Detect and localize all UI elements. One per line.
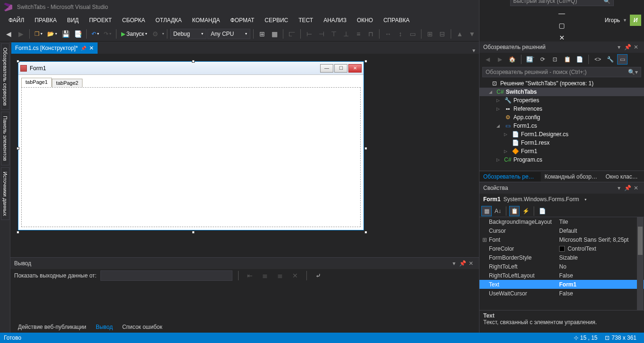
menu-team[interactable]: КОМАНДА	[188, 15, 225, 25]
server-explorer-tab[interactable]: Обозреватель серверов	[1, 43, 9, 110]
resize-handle[interactable]	[17, 231, 19, 234]
menu-build[interactable]: СБОРКА	[117, 15, 150, 25]
resize-handle[interactable]	[364, 60, 367, 63]
bottom-tab-output[interactable]: Вывод	[92, 322, 116, 332]
prop-props-icon[interactable]: 📋	[509, 206, 520, 216]
prop-events-icon[interactable]: ⚡	[520, 206, 531, 216]
right-tab-classview[interactable]: Окно классов	[602, 172, 644, 181]
output-next-icon[interactable]: ≣	[274, 270, 286, 281]
menu-view[interactable]: ВИД	[62, 15, 83, 25]
sln-preview-icon[interactable]: ▭	[617, 54, 627, 65]
panel-pin-icon[interactable]: 📌	[623, 44, 632, 50]
start-debug-button[interactable]: ▶ Запуск ▾	[119, 31, 149, 37]
layout-btn-1[interactable]: ⊞	[256, 28, 268, 40]
tree-references[interactable]: ▷▪▪ References	[479, 105, 644, 113]
property-row[interactable]: CursorDefault	[479, 226, 644, 235]
menu-tools[interactable]: СЕРВИС	[260, 15, 293, 25]
sln-showall-icon[interactable]: 📋	[562, 54, 572, 65]
space-h[interactable]: ↔	[382, 28, 394, 40]
panel-dropdown-icon[interactable]: ▾	[450, 260, 458, 267]
winform-preview[interactable]: Form1 — ☐ ✕ tabPage1 tabPage2	[18, 61, 364, 230]
tree-form1-class[interactable]: ▷🔶 Form1	[479, 147, 644, 155]
scrollbar[interactable]	[637, 217, 644, 310]
platform-combo[interactable]: Any CPU▾	[207, 29, 250, 39]
menu-window[interactable]: ОКНО	[352, 15, 378, 25]
nav-fwd-button[interactable]: ▶	[15, 28, 26, 40]
menu-test[interactable]: ТЕСТ	[294, 15, 318, 25]
resize-handle[interactable]	[364, 147, 367, 150]
scrollbar-thumb[interactable]	[638, 227, 643, 255]
sln-code-icon[interactable]: <>	[593, 54, 603, 65]
data-sources-tab[interactable]: Источники данных	[1, 167, 9, 220]
tree-project[interactable]: ◢C# SwitchTabs	[479, 88, 644, 96]
save-all-button[interactable]: 📑	[72, 28, 83, 40]
send-back[interactable]: ▼	[466, 28, 478, 40]
center-v[interactable]: ⊟	[437, 28, 448, 40]
nav-back-button[interactable]: ◀	[3, 28, 14, 40]
property-row[interactable]: RightToLeftLayoutFalse	[479, 271, 644, 280]
sln-copy-icon[interactable]: 📄	[574, 54, 585, 65]
menu-file[interactable]: ФАЙЛ	[4, 15, 29, 25]
layout-btn-2[interactable]: ▦	[269, 28, 280, 40]
properties-object-selector[interactable]: Form1 System.Windows.Forms.Form ▾	[479, 194, 644, 205]
output-source-combo[interactable]	[100, 270, 232, 281]
align-right[interactable]: ⊤	[328, 28, 339, 40]
sln-properties-icon[interactable]: 🔧	[605, 54, 615, 65]
output-goto-icon[interactable]: ⇤	[244, 270, 256, 281]
sln-refresh-icon[interactable]: ⟳	[537, 54, 548, 65]
tree-form1cs[interactable]: ◢▭ Form1.cs	[479, 122, 644, 130]
panel-close-icon[interactable]: ✕	[632, 185, 640, 191]
right-tab-solution[interactable]: Обозреватель реше...	[479, 172, 541, 181]
menu-help[interactable]: СПРАВКА	[379, 15, 414, 25]
prop-categorized-icon[interactable]: ▦	[481, 206, 492, 216]
sln-home-icon[interactable]: 🏠	[507, 54, 517, 65]
tabcontrol[interactable]: tabPage1 tabPage2	[21, 78, 361, 227]
sln-collapse-icon[interactable]: ⊡	[550, 54, 560, 65]
undo-button[interactable]: ↶▾	[90, 31, 101, 37]
prop-pages-icon[interactable]: 📄	[537, 206, 547, 216]
sln-sync-icon[interactable]: 🔄˙	[525, 54, 536, 65]
document-tab-form1[interactable]: Form1.cs [Конструктор]* 📌 ✕	[11, 42, 98, 54]
open-button[interactable]: 📂▾	[45, 31, 59, 37]
tree-properties[interactable]: ▷🔧 Properties	[479, 96, 644, 105]
menu-format[interactable]: ФОРМАТ	[226, 15, 259, 25]
align-left[interactable]: ⊢	[304, 28, 315, 40]
panel-close-icon[interactable]: ✕	[632, 44, 640, 50]
browser-config-icon[interactable]: ⚙	[150, 28, 161, 40]
panel-pin-icon[interactable]: 📌	[623, 185, 632, 191]
redo-button[interactable]: ↷▾	[102, 31, 113, 37]
bring-front[interactable]: ▲	[454, 28, 465, 40]
sln-back-icon[interactable]: ◀	[482, 54, 493, 65]
output-wrap-icon[interactable]: ⤶	[313, 270, 324, 281]
user-menu[interactable]: Игорь ▼ И	[602, 15, 644, 26]
property-row[interactable]: FormBorderStyleSizable	[479, 253, 644, 262]
property-row[interactable]: TextForm1	[479, 280, 644, 289]
panel-close-icon[interactable]: ✕	[467, 260, 475, 267]
maximize-button[interactable]: ▢	[555, 20, 569, 31]
align-bottom[interactable]: ⊓	[365, 28, 376, 40]
tree-resx[interactable]: 📄 Form1.resx	[479, 139, 644, 147]
properties-grid[interactable]: BackgroundImageLayoutTileCursorDefault⊞F…	[479, 217, 644, 310]
center-h[interactable]: ⊞	[424, 28, 436, 40]
output-prev-icon[interactable]: ≣	[259, 270, 271, 281]
size-eq[interactable]: ▭	[407, 28, 418, 40]
panel-pin-icon[interactable]: 📌	[458, 260, 467, 267]
toolbox-tab[interactable]: Панель элементов	[1, 112, 9, 165]
tree-solution[interactable]: ⊡ Решение "SwitchTabs" (проектов: 1)	[479, 79, 644, 88]
panel-dropdown-icon[interactable]: ▾	[615, 44, 623, 50]
new-project-button[interactable]: ❐▾	[33, 31, 44, 37]
resize-handle[interactable]	[17, 60, 19, 63]
tree-program-cs[interactable]: ▷C# Program.cs	[479, 155, 644, 164]
solution-tree[interactable]: ⊡ Решение "SwitchTabs" (проектов: 1) ◢C#…	[479, 78, 644, 171]
bottom-tab-webpublish[interactable]: Действие веб-публикации	[14, 322, 90, 332]
save-button[interactable]: 💾	[60, 28, 71, 40]
resize-handle[interactable]	[17, 147, 19, 150]
property-row[interactable]: RightToLeftNo	[479, 262, 644, 271]
output-text[interactable]	[10, 282, 479, 321]
pin-icon[interactable]: 📌	[81, 46, 86, 51]
minimize-button[interactable]: —	[555, 8, 569, 18]
config-combo[interactable]: Debug▾	[170, 29, 206, 39]
output-clear-icon[interactable]: ✕	[289, 270, 301, 281]
sln-fwd-icon[interactable]: ▶	[495, 54, 505, 65]
property-row[interactable]: ⊞FontMicrosoft Sans Serif; 8,25pt	[479, 235, 644, 244]
